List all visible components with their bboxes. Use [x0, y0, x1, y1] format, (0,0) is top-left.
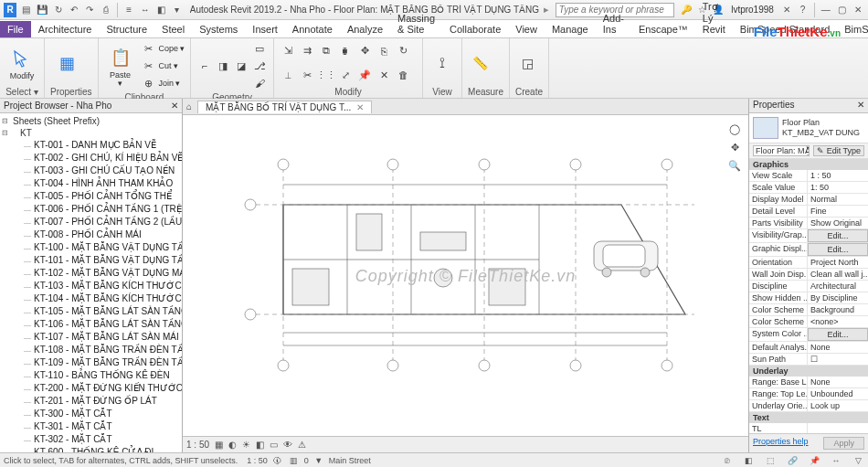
- prop-row[interactable]: Color Scheme<none>: [749, 316, 868, 328]
- qat-open-icon[interactable]: ▤: [19, 3, 32, 17]
- edit-type-button[interactable]: ✎ Edit Type: [813, 145, 864, 156]
- qat-measure-icon[interactable]: ≡: [122, 3, 135, 17]
- prop-row[interactable]: Range: Base L...None: [749, 377, 868, 388]
- pb-sheet-item[interactable]: KT-104 - MẶT BẰNG KÍCH THƯỚC TẦNG …: [0, 292, 182, 305]
- tab-manage[interactable]: Manage: [545, 21, 596, 37]
- tab-file[interactable]: File: [0, 21, 31, 37]
- properties-button[interactable]: ▦: [50, 50, 83, 76]
- tab-annotate[interactable]: Annotate: [285, 21, 340, 37]
- geom-cut-icon[interactable]: ◨: [215, 58, 231, 74]
- status-filter-icon[interactable]: ▼: [312, 454, 325, 467]
- pb-sheet-item[interactable]: KT-006 - PHỐI CẢNH TẦNG 1 (TRỆT): [0, 203, 182, 216]
- vc-detail-icon[interactable]: ▦: [215, 440, 223, 450]
- prop-group[interactable]: Graphics: [749, 159, 868, 170]
- properties-help-link[interactable]: Properties help: [753, 437, 809, 450]
- mirror-axis-icon[interactable]: ⧉: [318, 43, 334, 59]
- vc-sunpath-icon[interactable]: ☀: [242, 440, 250, 450]
- cut-button[interactable]: ✂Cut ▾: [141, 58, 185, 74]
- tab-bimspeed-structural[interactable]: BimSpeed.Structural: [837, 21, 868, 37]
- mirror-draw-icon[interactable]: ⧯: [337, 43, 354, 59]
- tab-systems[interactable]: Systems: [192, 21, 245, 37]
- qat-dropdown-icon[interactable]: ▾: [170, 3, 183, 17]
- prop-row[interactable]: Display ModelNormal: [749, 194, 868, 206]
- tab-enscape-[interactable]: Enscape™: [631, 21, 695, 37]
- pb-kt-node[interactable]: KT: [0, 127, 182, 139]
- pb-sheet-item[interactable]: KT-301 - MẶT CẮT: [0, 420, 182, 433]
- qat-dim-icon[interactable]: ↔: [138, 3, 151, 17]
- status-select-icon[interactable]: ⬚: [764, 454, 777, 467]
- array-icon[interactable]: ⋮⋮: [318, 67, 334, 83]
- tab-architecture[interactable]: Architecture: [31, 21, 100, 37]
- unpin-icon[interactable]: ✕: [376, 67, 392, 83]
- pb-sheet-item[interactable]: KT-008 - PHỐI CẢNH MÁI: [0, 228, 182, 241]
- home-view-icon[interactable]: ⌂: [183, 101, 196, 111]
- modify-tool-button[interactable]: Modify: [5, 46, 38, 80]
- pb-sheet-item[interactable]: KT-110 - BẢNG THỐNG KÊ ĐÈN: [0, 369, 182, 382]
- window-close-icon[interactable]: ✕: [852, 3, 864, 17]
- pb-sheet-item[interactable]: KT-102 - MẶT BẰNG VẬT DỤNG MÁI: [0, 267, 182, 280]
- qat-sync-icon[interactable]: ↻: [51, 3, 64, 17]
- pb-sheet-item[interactable]: KT-103 - MẶT BẰNG KÍCH THƯỚC TẦNG …: [0, 280, 182, 292]
- drawing-area[interactable]: Copyright © FileThietKe.vn ◯ ✥ 🔍: [183, 115, 748, 436]
- align-icon[interactable]: ⇲: [280, 43, 296, 59]
- geom-cope-icon[interactable]: ⌐: [196, 58, 213, 74]
- pb-sheet-item[interactable]: KT-004 - HÌNH ẢNH THAM KHẢO: [0, 177, 182, 190]
- help-icon[interactable]: ?: [796, 3, 809, 17]
- qat-tag-icon[interactable]: ◧: [154, 3, 167, 17]
- pb-sheet-item[interactable]: KT-002 - GHI CHÚ, KÍ HIỆU BẢN VẼ: [0, 152, 182, 165]
- pb-sheet-item[interactable]: KT-003 - GHI CHÚ CẤU TẠO NỀN: [0, 165, 182, 177]
- pb-sheet-item[interactable]: KT-109 - MẶT BẰNG TRẦN ĐÈN TẦNG 2 (…: [0, 356, 182, 369]
- cope-button[interactable]: ✂Cope ▾: [141, 40, 185, 57]
- status-design-icon[interactable]: ◧: [742, 454, 755, 467]
- geom-wall-icon[interactable]: ▭: [251, 40, 268, 57]
- prop-row[interactable]: Graphic Displ...Edit...: [749, 243, 868, 257]
- tab-add-ins[interactable]: Add-Ins: [596, 10, 631, 37]
- prop-group[interactable]: Underlay: [749, 366, 868, 377]
- pb-sheet-item[interactable]: KT-100 - MẶT BẰNG VẬT DỤNG TẦNG 1 (…: [0, 241, 182, 254]
- geom-split-icon[interactable]: ⎇: [251, 58, 268, 74]
- pb-sheet-item[interactable]: KT-600 - THỐNG KÊ CỬA ĐI: [0, 446, 182, 452]
- apply-button[interactable]: Apply: [823, 437, 864, 450]
- tab-view[interactable]: View: [508, 21, 545, 37]
- tab-analyze[interactable]: Analyze: [340, 21, 390, 37]
- qat-save-icon[interactable]: 💾: [36, 3, 48, 17]
- status-link-icon[interactable]: 🔗: [786, 454, 799, 467]
- tab-bimspeed-standard[interactable]: BimSpeed.Standard: [733, 21, 837, 37]
- vc-crop-icon[interactable]: ▭: [270, 440, 278, 450]
- copy-icon[interactable]: ⎘: [376, 43, 392, 59]
- type-selector[interactable]: Floor Plan KT_MB2_VAT DUNG: [749, 113, 868, 143]
- vc-style-icon[interactable]: ◐: [228, 440, 237, 450]
- pb-sheets-node[interactable]: Sheets (Sheet Prefix): [0, 115, 182, 127]
- tab-insert[interactable]: Insert: [245, 21, 285, 37]
- status-main-icon[interactable]: ▥: [288, 454, 301, 467]
- infocenter-icon[interactable]: 🔑: [680, 3, 693, 17]
- rotate-icon[interactable]: ↻: [395, 43, 411, 59]
- prop-row[interactable]: Parts VisibilityShow Original: [749, 218, 868, 229]
- prop-row[interactable]: Default Analys...None: [749, 342, 868, 354]
- window-max-icon[interactable]: ▢: [835, 3, 848, 17]
- tab-collaborate[interactable]: Collaborate: [442, 21, 508, 37]
- prop-row[interactable]: View Scale1 : 50: [749, 170, 868, 182]
- tab-massing-site[interactable]: Massing & Site: [390, 10, 442, 37]
- vc-scale[interactable]: 1 : 50: [186, 440, 209, 450]
- status-drag-icon[interactable]: ↔: [830, 454, 842, 467]
- prop-row[interactable]: Show Hidden ...By Discipline: [749, 292, 868, 304]
- prop-row[interactable]: OrientationProject North: [749, 257, 868, 269]
- prop-row[interactable]: DisciplineArchitectural: [749, 281, 868, 292]
- offset-icon[interactable]: ⇉: [299, 43, 315, 59]
- prop-row[interactable]: Sun Path☐: [749, 354, 868, 366]
- geom-join-icon[interactable]: ◪: [233, 58, 249, 74]
- paste-button[interactable]: 📋 Paste▾: [104, 45, 137, 88]
- view-tab-close-icon[interactable]: ✕: [356, 102, 364, 112]
- pb-sheet-item[interactable]: KT-201 - MẶT ĐỨNG ỐP LÁT: [0, 395, 182, 408]
- vc-shadow-icon[interactable]: ◧: [256, 440, 264, 450]
- pb-sheet-item[interactable]: KT-007 - PHỐI CẢNH TẦNG 2 (LẦU 1): [0, 216, 182, 228]
- prop-row[interactable]: Range: Top Le...Unbounded: [749, 388, 868, 400]
- pb-sheet-item[interactable]: KT-001 - DANH MỤC BẢN VẼ: [0, 139, 182, 152]
- pb-sheet-item[interactable]: KT-101 - MẶT BẰNG VẬT DỤNG TẦNG 2 (…: [0, 254, 182, 267]
- user-name[interactable]: lvtpro1998: [731, 5, 774, 15]
- view-hide-icon[interactable]: ⟟: [429, 55, 456, 71]
- prop-row[interactable]: System Color ...Edit...: [749, 328, 868, 342]
- prop-group[interactable]: Text: [749, 412, 868, 423]
- pb-sheet-item[interactable]: KT-107 - MẶT BẰNG LÁT SÀN MÁI: [0, 331, 182, 344]
